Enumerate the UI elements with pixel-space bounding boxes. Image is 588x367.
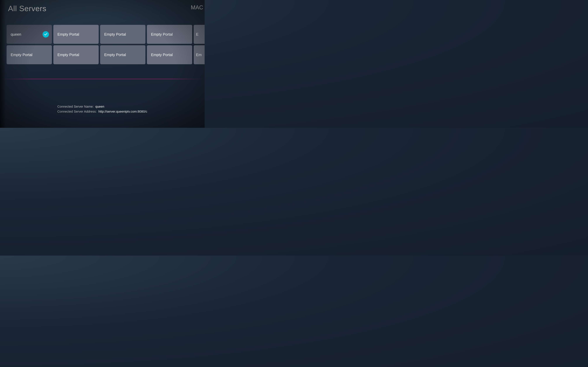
server-grid: queen Empty Portal Empty Portal Empty Po… [7,25,205,64]
server-name-value: queen [95,105,104,108]
server-tile-partial2[interactable]: Em [194,45,205,64]
server-tile-empty6-label: Empty Portal [104,53,126,57]
server-tile-partial1[interactable]: E [194,25,205,44]
server-tile-empty1-label: Empty Portal [58,32,79,37]
page-title: All Servers [8,4,46,13]
server-tile-empty3-label: Empty Portal [151,32,173,37]
server-address-row: Connected Server Address: http://server.… [57,110,147,113]
server-tile-empty5-label: Empty Portal [58,53,79,57]
server-tile-partial1-label: E [196,32,198,37]
server-tile-empty5[interactable]: Empty Portal [53,45,99,64]
server-tile-partial2-label: Em [196,53,202,57]
mac-label: MAC [191,4,203,11]
server-tile-empty7[interactable]: Empty Portal [147,45,192,64]
server-tile-empty4-label: Empty Portal [11,53,33,57]
connection-info: Connected Server Name: queen Connected S… [57,105,147,115]
server-tile-empty3[interactable]: Empty Portal [147,25,192,44]
server-tile-empty2[interactable]: Empty Portal [100,25,145,44]
checkmark-icon [43,31,49,38]
server-name-label: Connected Server Name: [57,105,94,108]
left-edge-shadow [0,0,6,128]
server-name-row: Connected Server Name: queen [57,105,147,108]
server-tile-queen[interactable]: queen [7,25,52,44]
server-tile-empty1[interactable]: Empty Portal [53,25,99,44]
server-tile-queen-label: queen [11,32,21,37]
server-address-label: Connected Server Address: [57,110,97,113]
server-tile-empty6[interactable]: Empty Portal [100,45,145,64]
server-address-value: http://server.queeniptv.com:8080/c [98,110,147,113]
server-tile-empty7-label: Empty Portal [151,53,173,57]
divider-line [0,79,205,79]
server-tile-empty4[interactable]: Empty Portal [7,45,52,64]
server-tile-empty2-label: Empty Portal [104,32,126,37]
